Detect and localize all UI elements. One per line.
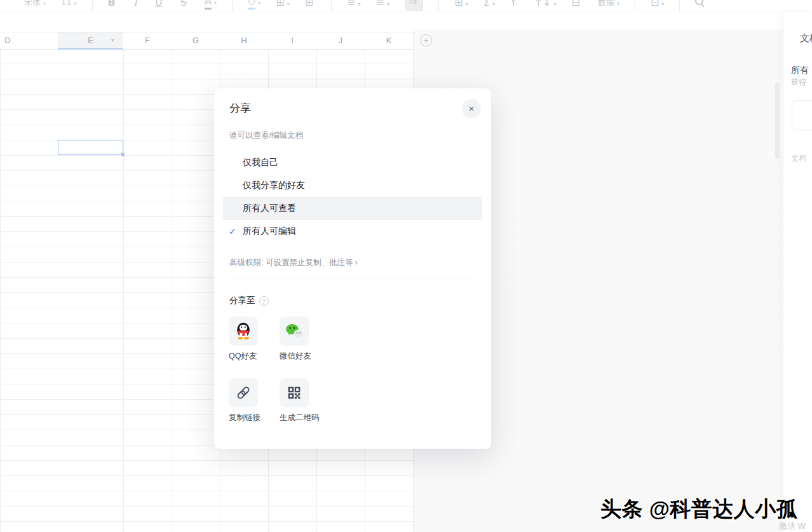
close-icon: × — [469, 103, 475, 114]
right-side-panel: 文档 所有 获得 文档 — [783, 11, 812, 532]
fill-handle[interactable] — [120, 152, 125, 157]
toolbar-item-glyph: ≡ — [376, 0, 384, 11]
advanced-permissions-link[interactable]: 高级权限: 可设置禁止复制、批注等› — [229, 257, 358, 268]
share-to-row: 分享至 ? — [229, 295, 269, 306]
side-panel-footer-label: 文档 — [791, 153, 806, 164]
share-target-qq[interactable]: QQ好友 — [229, 317, 277, 362]
chevron-down-icon: ▾ — [554, 0, 557, 11]
merge-cells-button[interactable]: ⊞ — [305, 0, 316, 11]
check-icon: ✓ — [229, 220, 236, 243]
fill-color-button[interactable]: ◇ ▾ — [248, 0, 261, 11]
toolbar-item-glyph: ◇ — [248, 0, 255, 10]
share-target-copy-link[interactable]: 复制链接 — [229, 378, 277, 423]
column-header[interactable]: F — [123, 32, 172, 49]
share-dialog: 分享 × 谁可以查看/编辑文档 仅我自己 仅我分享的好友 所有人可查看 ✓ 所有… — [214, 88, 491, 449]
column-header-row: DEFGHIJK ▾ — [0, 32, 413, 50]
toolbar-item-glyph: Σ — [484, 0, 490, 11]
chevron-right-icon: › — [355, 257, 357, 267]
bold-button[interactable]: B — [108, 0, 118, 11]
chevron-down-icon: ▾ — [466, 0, 468, 11]
separator — [635, 0, 635, 11]
permission-option-label: 仅我分享的好友 — [243, 180, 305, 191]
toolbar-item-glyph: ⊡ — [651, 0, 659, 11]
toolbar-item-glyph: U — [155, 0, 163, 11]
chevron-down-icon: ▾ — [617, 0, 619, 11]
permission-option[interactable]: ✓ 所有人可编辑 — [223, 220, 482, 243]
data-validation-icon[interactable]: ⊟ — [572, 0, 583, 11]
permission-option[interactable]: 仅我自己 — [223, 151, 482, 174]
dialog-title: 分享 — [229, 102, 251, 116]
column-header[interactable]: G — [172, 32, 220, 49]
qq-icon — [229, 317, 258, 346]
column-header[interactable]: J — [316, 32, 365, 49]
toolbar-item-glyph: I — [133, 0, 137, 11]
side-panel-card[interactable] — [792, 100, 812, 130]
strikethrough-button[interactable]: S — [180, 0, 189, 11]
share-target-label: 微信好友 — [280, 351, 328, 362]
filter-button[interactable]: Y — [510, 0, 519, 11]
share-targets-grid: QQ好友 微信好友 — [229, 317, 356, 431]
separator — [92, 0, 93, 11]
toolbar-item-glyph: 宋体 — [24, 0, 41, 11]
freeze-panes-button[interactable]: ⊡ ▾ — [651, 0, 664, 11]
toolbar-item-glyph: ≡ — [347, 0, 355, 11]
font-size-select[interactable]: 11 ▾ — [61, 0, 77, 11]
share-target-qrcode[interactable]: 生成二维码 — [280, 378, 328, 423]
chevron-down-icon: ▾ — [74, 0, 77, 11]
borders-button[interactable]: ⊞ ▾ — [276, 0, 289, 11]
help-icon[interactable]: ? — [259, 296, 269, 306]
font-family-select[interactable]: 宋体 ▾ — [24, 0, 46, 11]
align-horizontal-button[interactable]: ≡ ▾ — [347, 0, 360, 11]
vertical-scrollbar[interactable] — [775, 83, 780, 159]
italic-button[interactable]: I — [133, 0, 140, 11]
share-target-label: 生成二维码 — [280, 413, 328, 423]
side-panel-title: 文档 — [800, 32, 812, 44]
permission-option-label: 所有人可编辑 — [243, 226, 296, 237]
share-to-label: 分享至 — [229, 295, 255, 306]
column-header[interactable]: D — [0, 32, 15, 49]
share-target-label: 复制链接 — [229, 413, 277, 423]
column-dropdown-icon[interactable]: ▾ — [109, 32, 116, 49]
selected-cell[interactable] — [58, 140, 123, 155]
column-header[interactable]: I — [268, 32, 316, 49]
permission-question-label: 谁可以查看/编辑文档 — [229, 131, 303, 140]
watermark-text: 头条 @科普达人小孤 — [600, 495, 797, 524]
permission-option[interactable]: 所有人可查看 — [223, 197, 482, 220]
toolbar-item-glyph: Y — [510, 0, 517, 11]
sort-button[interactable]: ↑↓ ▾ — [534, 0, 557, 11]
data-menu[interactable]: 数据 ▾ — [598, 0, 619, 11]
align-vertical-button[interactable]: ≡ ▾ — [376, 0, 389, 11]
column-header[interactable]: K — [365, 32, 413, 49]
toolbar-item-glyph: ⊞ — [454, 0, 463, 11]
sum-button[interactable]: Σ ▾ — [484, 0, 495, 11]
toolbar-item-glyph — [695, 0, 703, 5]
chevron-down-icon: ▾ — [661, 0, 664, 11]
grid-line — [172, 32, 172, 532]
close-button[interactable]: × — [462, 99, 481, 118]
chevron-down-icon: ▾ — [358, 0, 361, 11]
column-header[interactable]: H — [220, 32, 268, 49]
wrap-text-button[interactable]: ⇒ — [405, 0, 423, 11]
qrcode-icon — [280, 378, 309, 407]
toolbar-item-glyph: ↑↓ — [534, 0, 551, 11]
permission-options-list: 仅我自己 仅我分享的好友 所有人可查看 ✓ 所有人可编辑 — [223, 151, 482, 243]
add-column-button[interactable]: + — [420, 34, 432, 46]
font-color-button[interactable]: A ▾ — [205, 0, 217, 11]
grid-line — [123, 32, 124, 532]
separator — [679, 0, 680, 11]
link-icon — [229, 378, 258, 407]
permission-option[interactable]: 仅我分享的好友 — [223, 174, 482, 197]
wechat-icon — [280, 317, 309, 346]
toolbar-item-glyph: 11 — [61, 0, 72, 11]
share-target-wechat[interactable]: 微信好友 — [280, 317, 328, 362]
permission-option-label: 仅我自己 — [243, 157, 278, 168]
search-button[interactable] — [695, 0, 706, 3]
underline-button[interactable]: U — [155, 0, 165, 11]
table-style-button[interactable]: ⊞ ▾ — [454, 0, 468, 11]
share-target-label: QQ好友 — [229, 351, 277, 362]
side-panel-section-title: 所有 — [791, 65, 809, 76]
chevron-down-icon: ▾ — [287, 0, 290, 11]
toolbar-item-glyph: ⊞ — [276, 0, 284, 11]
divider — [229, 278, 476, 278]
separator — [438, 0, 439, 11]
